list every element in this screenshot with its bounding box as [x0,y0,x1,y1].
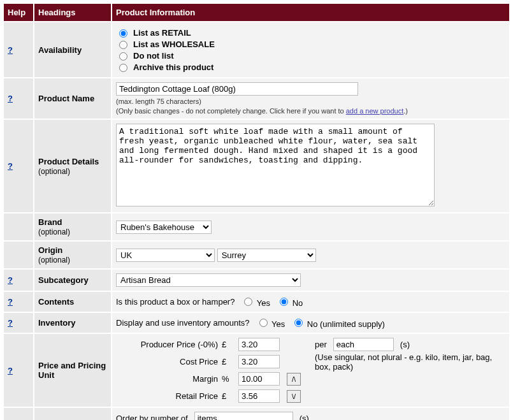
currency-symbol: £ [222,340,235,349]
currency-symbol: £ [222,391,235,401]
label-contents-yes: Yes [257,298,270,308]
brand-select[interactable]: Ruben's Bakehouse [116,221,212,234]
help-link-product-details[interactable]: ? [8,161,13,171]
heading-subcategory: Subcategory [34,269,112,291]
add-new-product-link[interactable]: add a new product [346,107,404,115]
col-headings: Headings [34,3,112,22]
origin-region-select[interactable]: Surrey [217,249,316,262]
heading-product-details: Product Details [38,157,99,166]
row-brand: Brand (optional) Ruben's Bakehouse [3,213,510,241]
label-list-retail: List as RETAIL [133,28,191,38]
margin-input[interactable] [238,372,280,386]
row-availability: ? Availability List as RETAIL List as WH… [3,22,510,78]
radio-list-retail[interactable] [119,29,127,38]
producer-price-input[interactable] [238,338,280,351]
heading-availability: Availability [34,22,112,78]
row-subcategory: ? Subcategory Artisan Bread [3,269,510,291]
contents-label: Is this product a box or hamper? [116,297,235,307]
radio-inventory-yes[interactable] [259,319,268,327]
table-header-row: Help Headings Product Information [3,3,510,22]
ordering-unit-input[interactable] [194,412,293,420]
margin-up-button[interactable]: /\ [287,373,301,386]
currency-symbol: £ [222,357,235,366]
label-inventory-no: No (unlimited supply) [307,319,385,329]
product-form-table: Help Headings Product Information ? Avai… [3,3,510,420]
radio-list-wholesale[interactable] [119,41,127,49]
heading-brand-optional: (optional) [38,228,70,236]
heading-origin-optional: (optional) [38,256,70,264]
retail-price-label: Retail Price [116,391,218,401]
ordering-suffix: (s) [300,414,309,420]
product-details-textarea[interactable] [116,124,435,206]
row-pricing: ? Price and Pricing Unit Producer Price … [3,333,510,407]
label-list-wholesale: List as WHOLESALE [133,40,215,49]
radio-donotlist[interactable] [119,52,127,61]
help-link-availability[interactable]: ? [8,45,13,55]
margin-down-button[interactable]: \/ [287,390,301,403]
heading-origin: Origin [38,245,62,255]
help-link-contents[interactable]: ? [8,297,13,307]
margin-label: Margin [116,374,218,384]
col-product-info: Product Information [112,3,510,22]
per-suffix: (s) [400,340,410,349]
radio-archive[interactable] [119,64,127,72]
product-name-hint1: (max. length 75 characters) [116,98,505,105]
row-inventory: ? Inventory Display and use inventory am… [3,312,510,333]
col-help: Help [3,3,34,22]
help-link-subcategory[interactable]: ? [8,275,13,285]
heading-inventory: Inventory [34,312,112,333]
heading-product-name: Product Name [34,78,112,119]
percent-symbol: % [222,374,235,384]
label-archive: Archive this product [133,62,213,72]
label-contents-no: No [293,298,303,308]
per-prefix: per [315,340,327,349]
row-product-details: ? Product Details (optional) [3,119,510,213]
retail-price-input[interactable] [238,389,280,403]
row-origin: Origin (optional) UK Surrey [3,241,510,269]
cost-price-label: Cost Price [116,357,218,366]
row-product-name: ? Product Name (max. length 75 character… [3,78,510,119]
radio-inventory-no[interactable] [294,319,303,327]
product-name-hint2: (Only basic changes - do not completely … [116,107,505,115]
heading-brand: Brand [38,217,62,227]
help-link-product-name[interactable]: ? [8,94,13,103]
heading-contents: Contents [34,291,112,312]
radio-contents-no[interactable] [280,298,288,306]
per-hint: (Use singular, not plural - e.g. kilo, i… [315,352,505,372]
heading-ordering: Ordering Unit [34,407,112,420]
row-contents: ? Contents Is this product a box or hamp… [3,291,510,312]
origin-country-select[interactable]: UK [116,249,215,262]
label-inventory-yes: Yes [271,319,285,329]
producer-price-label: Producer Price (-0%) [116,340,218,349]
heading-product-details-optional: (optional) [38,167,70,176]
subcategory-select[interactable]: Artisan Bread [116,273,301,287]
help-link-inventory[interactable]: ? [8,318,13,328]
row-ordering: ? Ordering Unit Order by number of (s) (… [3,407,510,420]
cost-price-input[interactable] [238,355,280,368]
product-name-input[interactable] [116,82,358,96]
help-link-pricing[interactable]: ? [8,366,13,375]
ordering-prefix: Order by number of [116,414,188,420]
per-unit-input[interactable] [333,338,394,351]
label-donotlist: Do not list [133,51,174,61]
heading-pricing: Price and Pricing Unit [34,333,112,407]
inventory-label: Display and use inventory amounts? [116,318,250,328]
radio-contents-yes[interactable] [244,298,252,306]
